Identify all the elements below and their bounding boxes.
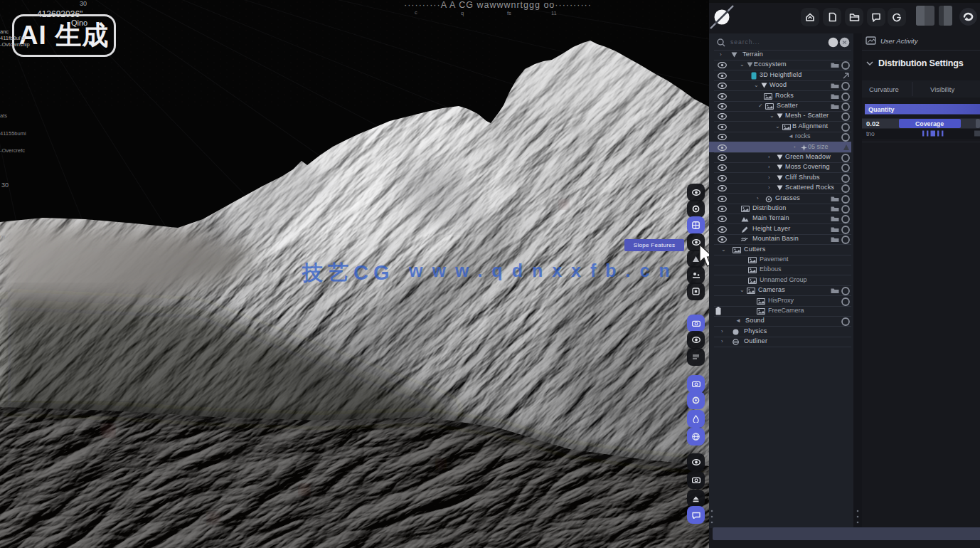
svg-text:Visibility: Visibility	[930, 85, 954, 93]
svg-text:search...: search...	[730, 38, 760, 46]
svg-text:tno: tno	[866, 130, 875, 137]
svg-text:User Activity: User Activity	[880, 37, 919, 45]
svg-text:0.02: 0.02	[866, 120, 880, 127]
svg-text:Distribution Settings: Distribution Settings	[878, 58, 964, 68]
svg-text:Coverage: Coverage	[915, 120, 944, 127]
svg-text:Curvature: Curvature	[869, 85, 899, 93]
svg-text:Quantity: Quantity	[868, 106, 895, 113]
